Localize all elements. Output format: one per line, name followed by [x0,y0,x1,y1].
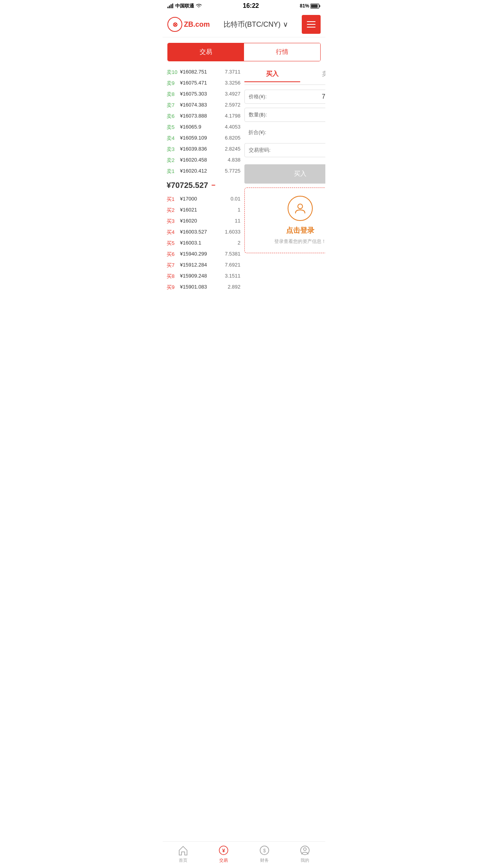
sell-orders: 卖10 ¥16082.751 7.3711 卖9 ¥16075.471 3.32… [166,67,241,177]
buy-order-row: 买5 ¥16003.1 2 [166,238,241,249]
buy-label: 买6 [167,251,178,258]
buy-order-row: 买7 ¥15912.284 7.6921 [166,260,241,271]
sell-order-row: 卖8 ¥16075.303 3.4927 [166,89,241,100]
header-title: 比特币(BTC/CNY) ∨ [224,20,288,29]
sell-qty: 3.4927 [225,91,240,98]
price-input[interactable] [269,93,326,100]
sell-order-row: 卖2 ¥16020.458 4.838 [166,155,241,166]
sell-label: 卖6 [167,113,178,120]
buy-price: ¥15901.083 [178,284,227,291]
login-hint: 登录查看您的资产信息！ [251,238,325,245]
buy-qty: 0.01 [231,196,240,203]
buy-order-row: 买3 ¥16020 11 [166,216,241,227]
buy-order-row: 买2 ¥16021 1 [166,205,241,216]
sell-price: ¥16074.383 [178,102,225,109]
sell-order-row: 卖4 ¥16059.109 6.8205 [166,133,241,144]
main-content: 卖10 ¥16082.751 7.3711 卖9 ¥16075.471 3.32… [163,67,325,293]
qty-input[interactable] [269,111,325,118]
buy-orders: 买1 ¥17000 0.01 买2 ¥16021 1 买3 ¥16020 11 … [166,194,241,293]
sell-order-row: 卖3 ¥16039.836 2.8245 [166,144,241,155]
buy-price: ¥15912.284 [178,262,225,269]
sell-label: 卖1 [167,168,178,175]
sell-label: 卖5 [167,124,178,131]
sell-order-row: 卖1 ¥16020.412 5.7725 [166,166,241,177]
password-group: 交易密码: [244,143,325,157]
password-input[interactable] [273,147,325,154]
price-direction-icon: − [211,181,216,189]
user-icon-circle [288,196,313,221]
sell-price: ¥16075.471 [178,80,225,87]
sell-price: ¥16082.751 [178,69,225,76]
main-tab-bar: 交易 行情 [167,43,321,61]
buy-label: 买8 [167,273,178,280]
tab-buy[interactable]: 买入 [244,67,300,82]
svg-rect-3 [172,4,173,8]
qty-label: 数量(฿): [249,111,267,118]
carrier-label: 中国联通 [175,3,194,9]
current-price-row: ¥70725.527 − [166,177,241,194]
qty-group: 数量(฿): [244,108,325,122]
menu-button[interactable] [302,15,321,34]
buy-label: 买1 [167,196,178,203]
chevron-down-icon: ∨ [283,20,288,29]
buy-label: 买3 [167,218,178,225]
buy-label: 买9 [167,284,178,291]
tab-market[interactable]: 行情 [244,43,320,61]
buy-price: ¥16020 [178,218,235,225]
sell-order-row: 卖5 ¥16065.9 4.4053 [166,122,241,133]
sell-label: 卖2 [167,157,178,164]
svg-rect-6 [311,4,317,7]
status-bar: 中国联通 16:22 81% [163,0,325,12]
buy-qty: 7.5381 [225,251,240,258]
logo-text: ZB.com [184,20,210,29]
buy-order-row: 买8 ¥15909.248 3.1511 [166,271,241,282]
sell-qty: 4.838 [227,157,240,164]
tab-trade[interactable]: 交易 [168,43,244,61]
sell-price: ¥16059.109 [178,135,225,142]
logo-icon-text: ⊗ [172,21,178,28]
password-label: 交易密码: [249,147,271,154]
sell-price: ¥16039.836 [178,146,225,153]
buy-label: 买2 [167,207,178,214]
buy-label: 买7 [167,262,178,269]
login-card[interactable]: 点击登录 登录查看您的资产信息！ [244,188,325,253]
sell-label: 卖9 [167,80,178,87]
current-price: ¥70725.527 [167,181,208,190]
price-label: 价格(¥): [249,93,267,100]
buy-button[interactable]: 买入 [244,164,325,184]
svg-point-7 [298,204,303,209]
svg-rect-5 [319,5,320,7]
buy-qty: 3.1511 [225,273,240,280]
total-group: 折合(¥): [244,126,325,139]
buy-qty: 2.892 [227,284,240,291]
sell-qty: 3.3256 [225,80,240,87]
sell-order-row: 卖10 ¥16082.751 7.3711 [166,67,241,78]
login-label[interactable]: 点击登录 [251,226,325,235]
order-book: 卖10 ¥16082.751 7.3711 卖9 ¥16075.471 3.32… [164,67,243,293]
sell-price: ¥16065.9 [178,124,225,131]
buy-label: 买5 [167,240,178,247]
tab-sell[interactable]: 卖出 [300,67,325,82]
status-right: 81% [300,3,321,9]
svg-rect-2 [171,4,172,8]
sell-qty: 2.8245 [225,146,240,153]
sell-label: 卖7 [167,102,178,109]
signal-icon [167,4,174,8]
sell-price: ¥16075.303 [178,91,225,98]
sell-label: 卖4 [167,135,178,142]
sell-price: ¥16020.458 [178,157,227,164]
buy-order-row: 买6 ¥15940.299 7.5381 [166,249,241,260]
buy-price: ¥16003.527 [178,229,225,236]
sell-order-row: 卖9 ¥16075.471 3.3256 [166,78,241,89]
buy-price: ¥16003.1 [178,240,238,247]
buy-price: ¥15940.299 [178,251,225,258]
price-row: 价格(¥): [244,90,325,104]
trade-tabs: 买入 卖出 [244,67,325,85]
buy-price: ¥16021 [178,207,238,214]
buy-price: ¥17000 [178,196,231,203]
sell-label: 卖10 [167,69,178,76]
user-icon [294,202,306,215]
password-row: 交易密码: [244,143,325,157]
sell-qty: 4.1798 [225,113,240,120]
sell-qty: 7.3711 [225,69,240,76]
